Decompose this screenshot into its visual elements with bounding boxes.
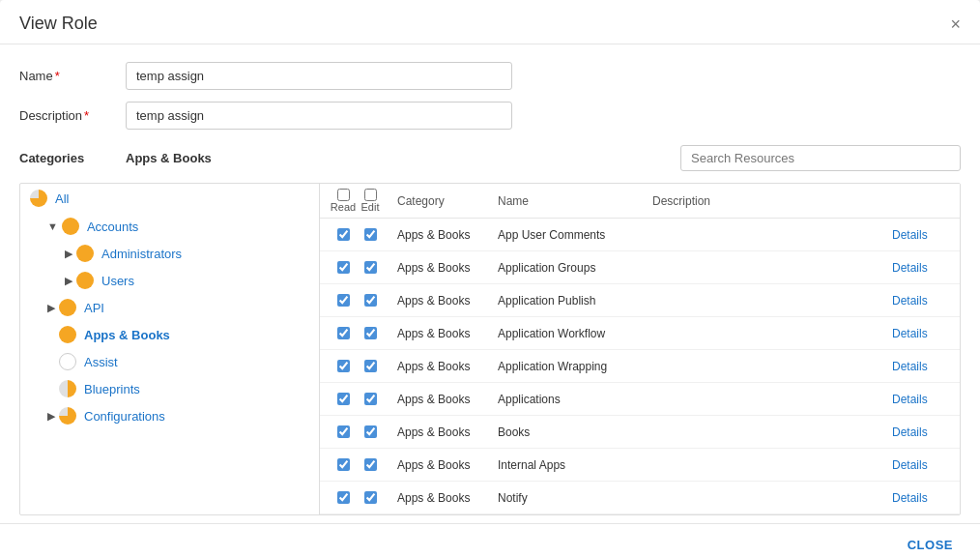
all-label[interactable]: All: [55, 191, 309, 206]
sidebar-item-users[interactable]: ▶ Users: [20, 267, 319, 294]
action-cell-2: Details: [892, 293, 950, 308]
modal-body: Name* Description* Categories Apps & Boo…: [0, 44, 980, 515]
sidebar-item-api[interactable]: ▶ API: [20, 294, 319, 321]
read-checkbox-2[interactable]: [337, 294, 350, 307]
blueprints-indicator: [59, 380, 76, 397]
action-cell-6: Details: [892, 425, 950, 439]
users-indicator: [76, 272, 94, 289]
details-link-1[interactable]: Details: [892, 261, 928, 275]
read-checkbox-5[interactable]: [337, 393, 350, 405]
details-link-8[interactable]: Details: [892, 491, 928, 505]
read-cell-8: [330, 491, 357, 504]
administrators-indicator: [76, 245, 94, 262]
edit-checkbox-0[interactable]: [364, 228, 377, 241]
section-header-row: Categories Apps & Books: [19, 145, 961, 171]
table-row: Apps & Books Applications Details: [320, 383, 960, 416]
edit-cell-5: [357, 393, 384, 405]
read-cell-4: [330, 360, 357, 372]
read-cell-3: [330, 327, 357, 339]
sidebar-item-blueprints[interactable]: ▶ Blueprints: [20, 375, 319, 402]
configurations-label[interactable]: Configurations: [84, 409, 309, 424]
edit-checkbox-5[interactable]: [364, 393, 377, 405]
assist-label[interactable]: Assist: [84, 355, 309, 369]
table-row: Apps & Books Application Workflow Detail…: [320, 317, 960, 350]
categories-sidebar: All ▼ Accounts ▶ Administrators ▶: [20, 184, 320, 514]
action-cell-1: Details: [892, 260, 950, 275]
edit-checkbox-4[interactable]: [364, 360, 377, 372]
table-row: Apps & Books Books Details: [320, 416, 960, 449]
details-link-7[interactable]: Details: [892, 458, 928, 472]
edit-checkbox-2[interactable]: [364, 294, 377, 307]
read-checkbox-8[interactable]: [337, 491, 350, 504]
search-resources-input[interactable]: [680, 145, 961, 171]
users-label[interactable]: Users: [101, 274, 309, 288]
details-link-5[interactable]: Details: [892, 393, 928, 406]
blueprints-label[interactable]: Blueprints: [84, 382, 309, 396]
category-cell-5: Apps & Books: [391, 393, 498, 406]
apps-books-indicator: [59, 326, 76, 343]
read-checkbox-7[interactable]: [337, 458, 350, 471]
details-link-0[interactable]: Details: [892, 228, 928, 242]
read-all-checkbox[interactable]: [337, 189, 350, 201]
details-link-3[interactable]: Details: [892, 327, 928, 340]
api-label[interactable]: API: [84, 301, 309, 315]
edit-checkbox-7[interactable]: [364, 458, 377, 471]
read-checkbox-4[interactable]: [337, 360, 350, 372]
sidebar-item-administrators[interactable]: ▶ Administrators: [20, 240, 319, 267]
table-scroll-area: Apps & Books App User Comments Details A…: [320, 219, 960, 514]
name-cell-4: Application Wrapping: [498, 360, 652, 373]
read-cell-7: [330, 458, 357, 471]
table-row: Apps & Books Notify Details: [320, 482, 960, 514]
sidebar-item-all[interactable]: All: [20, 184, 319, 213]
read-checkbox-6[interactable]: [337, 425, 350, 438]
name-cell-3: Application Workflow: [498, 327, 652, 340]
category-cell-0: Apps & Books: [391, 228, 498, 242]
table-row: Apps & Books Application Wrapping Detail…: [320, 350, 960, 383]
accounts-label[interactable]: Accounts: [87, 220, 309, 234]
details-link-4[interactable]: Details: [892, 360, 928, 373]
configurations-indicator: [59, 407, 76, 425]
edit-cell-6: [357, 425, 384, 438]
col-read-header: Read: [330, 189, 357, 213]
sidebar-item-apps-books[interactable]: ▶ Apps & Books: [20, 321, 319, 348]
name-input[interactable]: [126, 62, 512, 90]
configurations-chevron-icon: ▶: [47, 410, 55, 423]
apps-books-section-title: Apps & Books: [126, 151, 680, 165]
edit-checkbox-6[interactable]: [364, 425, 377, 438]
details-link-6[interactable]: Details: [892, 425, 928, 439]
read-checkbox-3[interactable]: [337, 327, 350, 339]
sidebar-item-configurations[interactable]: ▶ Configurations: [20, 402, 319, 429]
name-cell-5: Applications: [498, 393, 652, 406]
description-input[interactable]: [126, 102, 512, 130]
details-link-2[interactable]: Details: [892, 294, 928, 308]
name-cell-2: Application Publish: [498, 294, 652, 308]
edit-checkbox-3[interactable]: [364, 327, 377, 339]
table-row: Apps & Books Application Groups Details: [320, 251, 960, 284]
category-cell-2: Apps & Books: [391, 294, 498, 308]
api-indicator: [59, 299, 76, 316]
close-icon[interactable]: ×: [950, 15, 961, 33]
action-cell-0: Details: [892, 227, 950, 242]
administrators-label[interactable]: Administrators: [101, 247, 309, 261]
name-cell-0: App User Comments: [498, 228, 652, 242]
sidebar-item-assist[interactable]: ▶ Assist: [20, 348, 319, 375]
col-edit-header: Edit: [357, 189, 384, 213]
close-button[interactable]: CLOSE: [900, 534, 961, 556]
view-role-modal: View Role × Name* Description* Categorie…: [0, 0, 980, 557]
sidebar-item-accounts[interactable]: ▼ Accounts: [20, 213, 319, 240]
edit-cell-4: [357, 360, 384, 372]
name-row: Name*: [19, 62, 961, 90]
action-cell-7: Details: [892, 457, 950, 472]
users-chevron-icon: ▶: [65, 275, 72, 287]
read-checkbox-1[interactable]: [337, 261, 350, 274]
edit-all-checkbox[interactable]: [364, 189, 377, 201]
resources-table: Read Edit Category Name Description: [320, 184, 960, 514]
read-cell-0: [330, 228, 357, 241]
administrators-chevron-icon: ▶: [65, 248, 72, 260]
read-checkbox-0[interactable]: [337, 228, 350, 241]
edit-checkbox-8[interactable]: [364, 491, 377, 504]
edit-cell-2: [357, 294, 384, 307]
edit-checkbox-1[interactable]: [364, 261, 377, 274]
apps-books-label[interactable]: Apps & Books: [84, 328, 309, 342]
action-cell-5: Details: [892, 392, 950, 406]
